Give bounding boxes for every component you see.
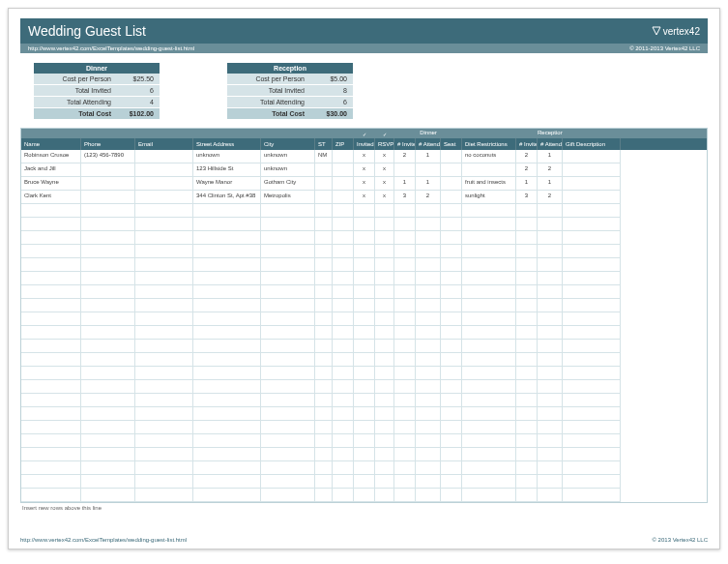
cell-dinv[interactable] bbox=[394, 245, 416, 258]
cell-dinv[interactable] bbox=[394, 461, 416, 475]
cell-street[interactable] bbox=[193, 231, 261, 245]
cell-street[interactable] bbox=[193, 299, 261, 312]
cell-seat[interactable] bbox=[441, 394, 462, 407]
cell-invited[interactable] bbox=[354, 380, 375, 394]
cell-gift[interactable] bbox=[563, 191, 621, 204]
cell-street[interactable] bbox=[193, 285, 261, 299]
cell-datt[interactable] bbox=[416, 312, 441, 326]
cell-rsvp[interactable] bbox=[375, 340, 394, 353]
cell-datt[interactable] bbox=[416, 299, 441, 312]
cell-invited[interactable] bbox=[354, 461, 375, 475]
table-row[interactable] bbox=[21, 394, 707, 407]
cell-name[interactable]: Jack and Jill bbox=[21, 163, 81, 177]
cell-diet[interactable] bbox=[462, 163, 516, 177]
cell-rinv[interactable] bbox=[516, 326, 538, 340]
cell-seat[interactable] bbox=[441, 353, 462, 367]
cell-rinv[interactable]: 1 bbox=[516, 177, 538, 191]
cell-city[interactable] bbox=[261, 421, 315, 434]
cell-city[interactable]: unknown bbox=[261, 150, 315, 163]
cell-seat[interactable] bbox=[441, 367, 462, 380]
cell-rinv[interactable] bbox=[516, 407, 538, 421]
cell-dinv[interactable] bbox=[394, 353, 416, 367]
cell-email[interactable] bbox=[135, 312, 193, 326]
table-row[interactable]: Bruce WayneWayne ManorGotham Cityxx11fru… bbox=[21, 177, 707, 191]
cell-datt[interactable]: 2 bbox=[416, 191, 441, 204]
table-row[interactable] bbox=[21, 204, 707, 218]
cell-dinv[interactable] bbox=[394, 407, 416, 421]
cell-name[interactable] bbox=[21, 367, 81, 380]
cell-st[interactable] bbox=[315, 285, 333, 299]
cell-st[interactable] bbox=[315, 326, 333, 340]
cell-invited[interactable] bbox=[354, 489, 375, 502]
cell-phone[interactable] bbox=[81, 299, 135, 312]
cell-st[interactable] bbox=[315, 299, 333, 312]
cell-datt[interactable] bbox=[416, 421, 441, 434]
table-row[interactable] bbox=[21, 380, 707, 394]
cell-st[interactable] bbox=[315, 163, 333, 177]
cell-name[interactable] bbox=[21, 218, 81, 231]
table-row[interactable]: Clark Kent344 Clinton St, Apt #38Metropo… bbox=[21, 191, 707, 204]
cell-zip[interactable] bbox=[333, 380, 354, 394]
cell-gift[interactable] bbox=[563, 245, 621, 258]
cell-gift[interactable] bbox=[563, 380, 621, 394]
cell-street[interactable] bbox=[193, 312, 261, 326]
cell-zip[interactable] bbox=[333, 299, 354, 312]
cell-city[interactable] bbox=[261, 367, 315, 380]
cell-dinv[interactable] bbox=[394, 258, 416, 272]
cell-st[interactable] bbox=[315, 421, 333, 434]
cell-rsvp[interactable] bbox=[375, 421, 394, 434]
cell-rinv[interactable] bbox=[516, 204, 538, 218]
cell-city[interactable]: Gotham City bbox=[261, 177, 315, 191]
cell-zip[interactable] bbox=[333, 461, 354, 475]
cell-gift[interactable] bbox=[563, 326, 621, 340]
cell-diet[interactable] bbox=[462, 394, 516, 407]
cell-email[interactable] bbox=[135, 150, 193, 163]
cell-email[interactable] bbox=[135, 191, 193, 204]
cell-name[interactable] bbox=[21, 258, 81, 272]
cell-name[interactable]: Robinson Crusoe bbox=[21, 150, 81, 163]
cell-phone[interactable] bbox=[81, 218, 135, 231]
cell-ratt[interactable] bbox=[538, 367, 563, 380]
cell-zip[interactable] bbox=[333, 326, 354, 340]
cell-street[interactable]: 344 Clinton St, Apt #38 bbox=[193, 191, 261, 204]
cell-street[interactable] bbox=[193, 340, 261, 353]
cell-email[interactable] bbox=[135, 367, 193, 380]
cell-phone[interactable] bbox=[81, 177, 135, 191]
cell-rsvp[interactable] bbox=[375, 312, 394, 326]
cell-phone[interactable] bbox=[81, 421, 135, 434]
cell-dinv[interactable] bbox=[394, 285, 416, 299]
cell-phone[interactable] bbox=[81, 272, 135, 285]
cell-seat[interactable] bbox=[441, 258, 462, 272]
cell-city[interactable] bbox=[261, 448, 315, 461]
cell-st[interactable] bbox=[315, 394, 333, 407]
cell-email[interactable] bbox=[135, 258, 193, 272]
cell-st[interactable] bbox=[315, 475, 333, 489]
cell-rsvp[interactable] bbox=[375, 394, 394, 407]
cell-rinv[interactable] bbox=[516, 285, 538, 299]
cell-name[interactable] bbox=[21, 285, 81, 299]
cell-ratt[interactable] bbox=[538, 448, 563, 461]
cell-diet[interactable] bbox=[462, 258, 516, 272]
cell-name[interactable] bbox=[21, 461, 81, 475]
cell-seat[interactable] bbox=[441, 461, 462, 475]
cell-zip[interactable] bbox=[333, 163, 354, 177]
cell-phone[interactable] bbox=[81, 353, 135, 367]
cell-seat[interactable] bbox=[441, 285, 462, 299]
cell-ratt[interactable] bbox=[538, 407, 563, 421]
cell-datt[interactable] bbox=[416, 448, 441, 461]
cell-dinv[interactable]: 3 bbox=[394, 191, 416, 204]
cell-street[interactable] bbox=[193, 489, 261, 502]
cell-invited[interactable] bbox=[354, 258, 375, 272]
cell-seat[interactable] bbox=[441, 299, 462, 312]
cell-datt[interactable] bbox=[416, 272, 441, 285]
cell-gift[interactable] bbox=[563, 367, 621, 380]
cell-st[interactable]: NM bbox=[315, 150, 333, 163]
cell-ratt[interactable] bbox=[538, 245, 563, 258]
cell-name[interactable] bbox=[21, 326, 81, 340]
cell-st[interactable] bbox=[315, 272, 333, 285]
cell-rsvp[interactable] bbox=[375, 231, 394, 245]
cell-rinv[interactable] bbox=[516, 218, 538, 231]
cell-seat[interactable] bbox=[441, 272, 462, 285]
cell-diet[interactable] bbox=[462, 475, 516, 489]
cell-dinv[interactable] bbox=[394, 204, 416, 218]
